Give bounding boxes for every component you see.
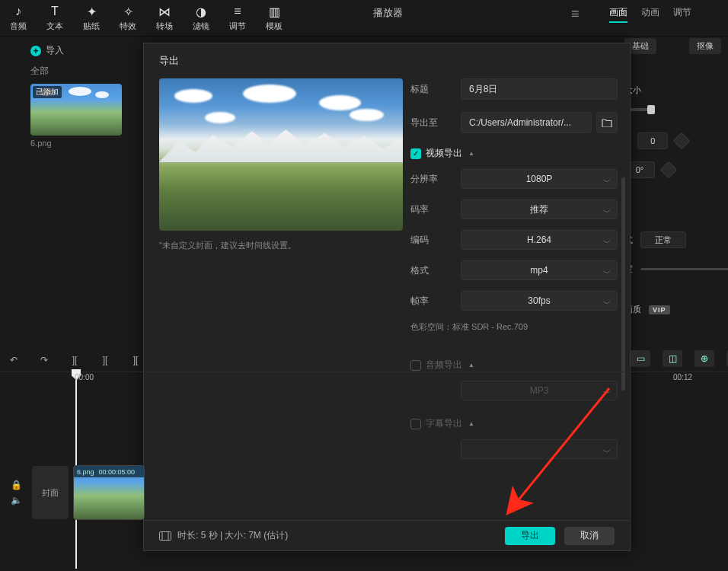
- chevron-down-icon: ﹀: [603, 268, 611, 279]
- colorspace-info: 色彩空间：标准 SDR - Rec.709: [410, 321, 618, 333]
- resolution-select[interactable]: 1080P﹀: [461, 169, 618, 189]
- sticker-icon: ✦: [87, 4, 97, 19]
- tab-color[interactable]: 调节: [673, 6, 691, 23]
- title-input[interactable]: [461, 78, 618, 100]
- filter-icon: ◑: [196, 4, 206, 19]
- audio-icon: ♪: [15, 4, 21, 19]
- lock-icon[interactable]: 🔒: [11, 480, 22, 490]
- timeline-clip[interactable]: 6.png 00:00:05:00: [73, 465, 145, 520]
- codec-label: 编码: [410, 234, 461, 247]
- transition-icon: ⋈: [158, 4, 171, 19]
- blend-mode-select[interactable]: 正常: [640, 231, 686, 248]
- split-right-icon[interactable]: ][: [128, 355, 143, 365]
- tl-tool-3[interactable]: ⊕: [694, 350, 714, 367]
- codec-select[interactable]: H.264﹀: [461, 230, 618, 250]
- scrollbar[interactable]: [621, 177, 625, 391]
- cover-hint: "未自定义封面，建议去时间线设置。: [159, 240, 403, 251]
- film-icon: [159, 531, 171, 541]
- time-marker-0: 00:00: [75, 373, 94, 381]
- tool-template[interactable]: ▥模板: [256, 4, 292, 32]
- subtitle-export-section[interactable]: 字幕导出 ▲: [410, 417, 618, 430]
- chevron-up-icon: ▲: [468, 420, 474, 427]
- chevron-down-icon: ﹀: [603, 298, 611, 309]
- folder-icon: [602, 118, 612, 127]
- video-track: 🔒 🔈 封面 6.png 00:00:05:00: [0, 464, 728, 521]
- mute-icon[interactable]: 🔈: [11, 495, 22, 506]
- cover-slot[interactable]: 封面: [32, 466, 69, 519]
- tool-transition[interactable]: ⋈转场: [146, 4, 183, 32]
- subtitle-export-checkbox[interactable]: [410, 419, 421, 429]
- thumbnail-filename: 6.png: [30, 139, 122, 148]
- chevron-down-icon: ﹀: [603, 238, 611, 248]
- tool-filter[interactable]: ◑滤镜: [183, 4, 219, 32]
- effect-icon: ✧: [123, 4, 133, 19]
- chevron-down-icon: ﹀: [603, 177, 611, 187]
- resolution-label: 分辨率: [410, 173, 461, 186]
- tool-sticker[interactable]: ✦贴纸: [73, 4, 110, 32]
- cover-preview[interactable]: [159, 78, 403, 231]
- export-button[interactable]: 导出: [505, 527, 555, 545]
- browse-button[interactable]: [596, 112, 618, 133]
- property-tabs: 画面 动画 调节: [609, 6, 691, 23]
- tl-tool-2[interactable]: ◫: [663, 350, 682, 367]
- player-title: 播放器: [373, 6, 403, 20]
- category-all[interactable]: 全部: [30, 65, 152, 78]
- added-badge: 已添加: [33, 86, 62, 98]
- clip-filename: 6.png: [77, 468, 94, 476]
- thumbnail-image: 已添加: [30, 84, 122, 136]
- media-thumbnail[interactable]: 已添加 6.png: [30, 84, 122, 148]
- keyframe-icon[interactable]: [673, 132, 691, 150]
- chevron-down-icon: ﹀: [603, 207, 611, 218]
- format-label: 格式: [410, 264, 461, 277]
- timeline-toolbar: ↶ ↷ ]​[ ][ ][: [0, 349, 143, 372]
- audio-export-checkbox[interactable]: [410, 360, 421, 371]
- audio-format-label: [410, 385, 461, 396]
- tool-adjust[interactable]: ≡调节: [219, 4, 256, 32]
- dialog-footer: 时长: 5 秒 | 大小: 7M (估计) 导出 取消: [144, 520, 630, 550]
- pos-x-input[interactable]: 0: [637, 132, 668, 149]
- video-export-checkbox[interactable]: ✓: [410, 148, 421, 159]
- title-label: 标题: [410, 83, 461, 96]
- export-summary: 时长: 5 秒 | 大小: 7M (估计): [159, 529, 288, 542]
- video-export-section[interactable]: ✓ 视频导出 ▲: [410, 147, 618, 160]
- split-left-icon[interactable]: ][: [97, 355, 113, 365]
- bitrate-select[interactable]: 推荐﹀: [461, 199, 618, 219]
- subtitle-format-select: ﹀: [461, 439, 618, 459]
- fps-label: 帧率: [410, 295, 461, 308]
- chevron-up-icon: ▲: [468, 150, 474, 157]
- chevron-down-icon: ﹀: [603, 388, 611, 399]
- opacity-slider[interactable]: [640, 268, 728, 270]
- chip-keying[interactable]: 抠像: [689, 38, 721, 54]
- path-input[interactable]: [461, 112, 592, 133]
- timeline-right-tools: ▭ ◫ ⊕ ⊙: [631, 350, 728, 367]
- svg-rect-0: [160, 531, 171, 540]
- time-marker-1: 00:12: [673, 373, 692, 381]
- tab-animation[interactable]: 动画: [641, 6, 659, 23]
- undo-icon[interactable]: ↶: [6, 355, 21, 365]
- dialog-title: 导出: [144, 43, 630, 78]
- path-label: 导出至: [410, 116, 461, 129]
- keyframe-icon[interactable]: [660, 161, 678, 179]
- split-icon[interactable]: ]​[: [67, 355, 82, 365]
- chevron-up-icon: ▲: [468, 362, 474, 368]
- tab-picture[interactable]: 画面: [609, 6, 627, 23]
- time-ruler[interactable]: [0, 372, 728, 387]
- adjust-icon: ≡: [234, 4, 241, 19]
- bitrate-label: 码率: [410, 203, 461, 216]
- cancel-button[interactable]: 取消: [564, 527, 615, 545]
- text-icon: T: [51, 4, 59, 19]
- player-menu-icon[interactable]: ≡: [571, 6, 580, 22]
- clip-duration: 00:00:05:00: [99, 468, 136, 476]
- tl-tool-1[interactable]: ▭: [631, 350, 650, 367]
- tool-text[interactable]: T文本: [37, 4, 73, 32]
- format-select[interactable]: mp4﹀: [461, 260, 618, 280]
- import-button[interactable]: + 导入: [30, 44, 64, 57]
- properties-panel: 基础 抠像 大小 X 0 0° 式 正常 度 画质 VIP: [624, 38, 728, 315]
- template-icon: ▥: [269, 4, 280, 19]
- tool-audio[interactable]: ♪音频: [0, 4, 37, 32]
- audio-export-section[interactable]: 音频导出 ▲: [410, 359, 618, 372]
- redo-icon[interactable]: ↷: [37, 355, 52, 365]
- tool-effect[interactable]: ✧特效: [110, 4, 146, 32]
- fps-select[interactable]: 30fps﹀: [461, 291, 618, 311]
- media-panel: + 导入 全部 已添加 6.png: [0, 37, 152, 148]
